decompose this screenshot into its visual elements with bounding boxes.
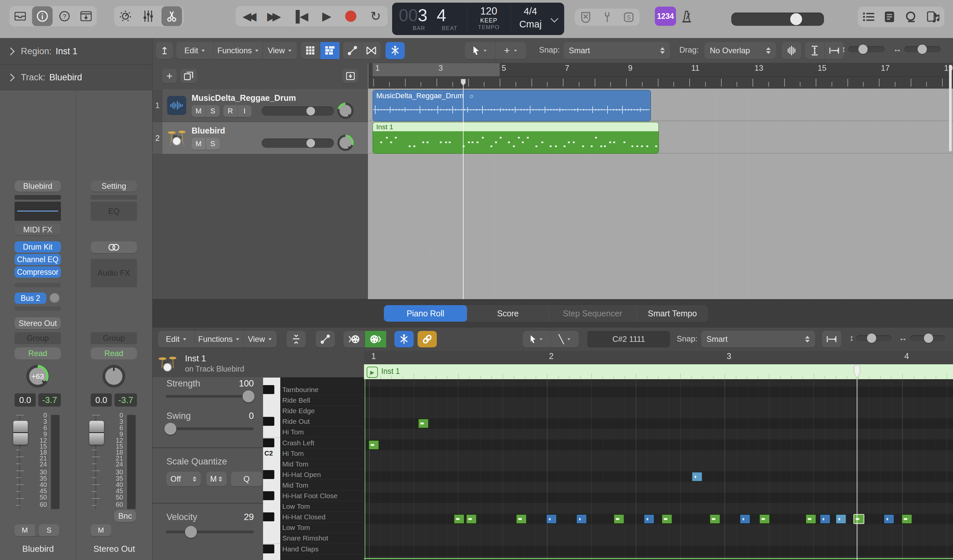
loop-browser-icon[interactable] [905, 11, 917, 23]
piano-key-black[interactable] [263, 417, 274, 426]
fader-cap[interactable] [13, 421, 28, 445]
split-tool-icon[interactable] [394, 331, 414, 347]
piano-key-black[interactable] [263, 470, 274, 479]
view-menu[interactable]: View [244, 331, 277, 347]
flex-icon[interactable] [362, 42, 380, 59]
piano-key-white[interactable] [263, 501, 280, 512]
strip1-output-button[interactable]: Stereo Out [14, 317, 61, 329]
strip2-pan-knob[interactable] [101, 364, 126, 390]
midi-note[interactable] [759, 514, 770, 524]
vertical-zoom-slider[interactable]: ↕ [841, 44, 885, 54]
catch-playhead-button[interactable] [822, 331, 841, 347]
view-menu[interactable]: View [263, 42, 297, 59]
edit-menu[interactable]: Edit [176, 42, 214, 59]
drag-dropdown[interactable]: No Overlap [705, 42, 776, 59]
midi-region[interactable]: Inst 1 [373, 122, 659, 154]
strip1-automation-mode[interactable]: Read [14, 347, 61, 359]
metronome-icon[interactable] [679, 9, 694, 25]
strip1-solo-button[interactable]: S [39, 524, 59, 536]
strip1-send-knob[interactable] [50, 293, 60, 303]
drum-row[interactable]: Hi-Hat Open [263, 469, 364, 480]
link-icon[interactable] [418, 331, 437, 347]
drum-row[interactable]: C2Hi Tom [263, 448, 364, 459]
drum-row[interactable]: Mid Tom [263, 459, 364, 469]
piano-roll-ruler[interactable]: 1234 [364, 351, 953, 365]
strip1-plugin-compressor[interactable]: Compressor [14, 266, 61, 278]
midi-note[interactable] [368, 440, 379, 450]
midi-note[interactable] [466, 514, 477, 524]
functions-menu[interactable]: Functions [195, 331, 244, 347]
track-inspector-header[interactable]: Track:Bluebird [0, 65, 152, 90]
solo-button[interactable]: S [206, 138, 220, 150]
forward-button[interactable]: ▶▶ [267, 9, 278, 23]
midi-in-icon[interactable] [343, 331, 365, 347]
piano-roll-grid[interactable] [364, 379, 953, 560]
track-header-options-button[interactable] [343, 69, 359, 83]
strip2-bounce-button[interactable]: Bnc [114, 510, 136, 522]
grid-view-icon[interactable] [301, 42, 320, 59]
track-name[interactable]: MusicDelta_Reggae_Drum [192, 93, 296, 103]
automation-icon[interactable] [316, 331, 335, 347]
scroll-to-playhead-button[interactable]: ↥ [156, 42, 173, 59]
piano-key-black[interactable] [263, 512, 274, 521]
swing-slider[interactable] [166, 427, 254, 430]
solo-mode-icon[interactable]: S [624, 12, 634, 22]
lcd-key[interactable]: Cmaj [511, 19, 550, 30]
drum-row[interactable]: Hi Tom [263, 427, 364, 437]
autopunch-icon[interactable] [581, 12, 591, 23]
strip1-peak-value[interactable]: -3.7 [39, 393, 61, 407]
strip2-gain-slot[interactable] [91, 195, 137, 200]
strip2-peak-value[interactable]: -3.7 [115, 393, 137, 407]
strip1-midi-fx-slot[interactable]: MIDI FX [14, 224, 61, 235]
cycle-region[interactable] [373, 63, 500, 76]
piano-key-white[interactable] [263, 427, 280, 438]
arrange-vertical-scrollbar[interactable] [949, 65, 951, 152]
mute-button[interactable]: M [192, 138, 206, 150]
strip1-fader[interactable]: 03691215182124303540455060 [14, 415, 64, 514]
midi-note[interactable] [661, 514, 672, 524]
strip1-gain-slot[interactable] [14, 195, 61, 200]
rewind-button[interactable]: ◀◀ [242, 9, 253, 23]
midi-out-icon[interactable] [365, 331, 386, 347]
drum-row[interactable]: Mid Tom [263, 480, 364, 490]
tab-smart-tempo[interactable]: Smart Tempo [637, 305, 708, 322]
piano-key-white[interactable] [263, 405, 280, 416]
strip2-eq-display[interactable]: EQ [91, 202, 137, 221]
midi-note[interactable] [692, 472, 703, 482]
strip1-send-bus[interactable]: Bus 2 [14, 292, 46, 304]
drum-row[interactable]: Tambourine [263, 384, 364, 395]
drum-row[interactable]: Ride Out [263, 416, 364, 427]
strip1-empty-slot[interactable] [14, 283, 61, 287]
scale-quantize-mode-dropdown[interactable]: M [206, 472, 227, 486]
lcd-chevron-down-icon[interactable] [550, 14, 558, 22]
drum-row[interactable]: Hand Claps [263, 544, 364, 554]
drum-row[interactable]: Crash Left [263, 438, 364, 448]
strip1-setting-button[interactable]: Bluebird [14, 181, 61, 192]
mute-button[interactable]: M [192, 105, 206, 117]
horizontal-zoom-slider[interactable]: ↔ [893, 44, 941, 54]
inspector-toggle-icon[interactable] [32, 6, 53, 26]
piano-region-strip[interactable]: ▶ Inst 1 [364, 364, 953, 379]
piano-key-white[interactable] [263, 459, 280, 470]
track-header-2[interactable]: 2 Bluebird M S [152, 122, 368, 155]
drum-row[interactable]: Snare Rimshot [263, 533, 364, 543]
record-button[interactable] [345, 11, 356, 22]
library-icon[interactable] [11, 7, 30, 25]
pointer-tool-menu[interactable] [465, 42, 496, 59]
midi-note[interactable] [835, 514, 846, 524]
strip2-stereo-format-button[interactable] [91, 241, 137, 253]
waveform-zoom-button[interactable] [782, 42, 801, 59]
midi-note[interactable] [613, 514, 624, 524]
pointer-tool-menu[interactable] [523, 331, 551, 347]
tab-step-sequencer[interactable]: Step Sequencer [549, 305, 636, 322]
strip1-plugin-drum-kit[interactable]: Drum Kit [14, 241, 61, 252]
track1-pan-knob[interactable] [337, 102, 354, 121]
piano-vertical-zoom-slider[interactable]: ↕ [849, 333, 891, 343]
lcd-tempo-mode[interactable]: KEEP [467, 17, 511, 24]
collapse-mode-button[interactable] [287, 331, 306, 347]
automation-icon[interactable] [343, 42, 362, 59]
quantize-button[interactable]: Q [231, 472, 262, 486]
audio-region[interactable]: MusicDelta_Reggae_Drum○ [373, 90, 651, 121]
lcd-position[interactable]: 0034 [399, 5, 446, 25]
fader-cap[interactable] [89, 421, 104, 445]
